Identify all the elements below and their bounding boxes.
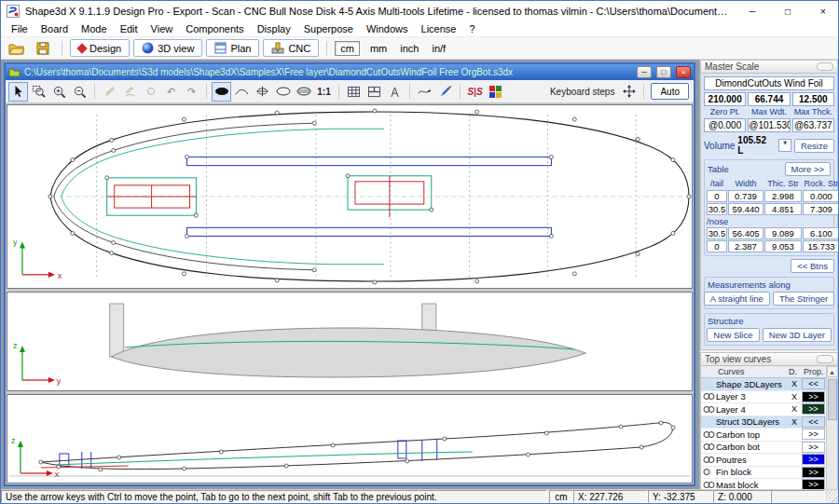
- flow-lines-button[interactable]: [415, 82, 434, 102]
- max-wdt-field[interactable]: @101.530: [748, 118, 790, 132]
- curve-prop-button[interactable]: <<: [802, 378, 825, 389]
- curve-row-layer-3[interactable]: Layer 3 X >>: [701, 391, 826, 404]
- curve-row-struct-3dlayers[interactable]: Struct 3DLayers X <<: [701, 416, 826, 429]
- table-cell[interactable]: 59.440: [728, 203, 763, 215]
- straight-line-button[interactable]: A straight line: [704, 292, 770, 306]
- maximize-button[interactable]: □: [773, 1, 803, 21]
- curve-row-layer-4[interactable]: Layer 4 X >>: [701, 403, 826, 416]
- unit-inf-button[interactable]: in/f: [427, 42, 450, 55]
- top-view-canvas[interactable]: x y: [7, 104, 693, 289]
- curve-row-poutres[interactable]: Poutres >>: [701, 454, 826, 467]
- undo-button[interactable]: ↶: [161, 82, 181, 102]
- resize-button[interactable]: Resize: [794, 139, 834, 153]
- zoom-window-button[interactable]: [29, 82, 48, 102]
- menu-components[interactable]: Components: [179, 23, 250, 34]
- curve-prop-button[interactable]: >>: [802, 467, 825, 478]
- move-point-button[interactable]: [619, 82, 639, 102]
- scroll-up-icon[interactable]: ▲: [827, 366, 838, 377]
- table-cell[interactable]: 9.053: [764, 240, 802, 252]
- board-name-field[interactable]: DimondCutOuts Wind Foil: [704, 76, 834, 90]
- resize-grip[interactable]: [825, 490, 838, 503]
- document-close-button[interactable]: ×: [676, 66, 691, 78]
- sls-display-button[interactable]: S|S: [465, 82, 485, 102]
- menu-file[interactable]: File: [5, 23, 34, 34]
- outline-view-button[interactable]: [212, 82, 231, 102]
- zero-pt-field[interactable]: @0.000: [704, 118, 746, 132]
- table-cell[interactable]: 4.851: [764, 203, 802, 215]
- menu-edit[interactable]: Edit: [114, 23, 144, 34]
- length-field[interactable]: 210.000: [704, 92, 746, 106]
- outline-detail-button[interactable]: [294, 82, 313, 102]
- curve-prop-button[interactable]: >>: [802, 391, 825, 402]
- curve-row-carbon-top[interactable]: Carbon top >>: [701, 429, 826, 442]
- unit-mm-button[interactable]: mm: [365, 42, 392, 55]
- profile-view-canvas[interactable]: x z: [7, 394, 693, 484]
- edit-curve-button[interactable]: [120, 82, 140, 102]
- menu-mode[interactable]: Mode: [75, 23, 114, 34]
- btns-toggle-button[interactable]: << Btns: [791, 259, 834, 273]
- 3d-view-button[interactable]: 3D view: [133, 39, 202, 57]
- slice-view-button[interactable]: [253, 82, 272, 102]
- menu-help[interactable]: ?: [462, 23, 481, 34]
- curves-scrollbar[interactable]: ▲ ▼: [826, 366, 837, 489]
- cnc-button[interactable]: CNC: [263, 39, 319, 57]
- curve-prop-button[interactable]: <<: [802, 416, 825, 428]
- menu-display[interactable]: Display: [251, 23, 297, 34]
- curve-display-toggle[interactable]: X: [787, 404, 802, 414]
- table-cell[interactable]: 0.000: [803, 190, 838, 202]
- new-3d-layer-button[interactable]: New 3D Layer: [763, 328, 832, 342]
- curve-row-mast-block[interactable]: Mast block >>: [701, 479, 826, 489]
- table-cell[interactable]: 6.100: [803, 227, 838, 239]
- document-titlebar[interactable]: C:\Users\thoma\Documents\S3d models\Shap…: [6, 64, 694, 80]
- menu-board[interactable]: Board: [34, 23, 75, 34]
- table-cell[interactable]: 0: [707, 190, 727, 202]
- close-button[interactable]: ×: [808, 1, 838, 21]
- volume-star-button[interactable]: *: [778, 139, 791, 152]
- titlebar[interactable]: Shape3d X 9.1.1.9 Design Pro - Export - …: [1, 1, 838, 21]
- document-minimize-button[interactable]: ─: [637, 66, 652, 78]
- grid-button[interactable]: [344, 82, 364, 102]
- redo-button[interactable]: ↷: [182, 82, 201, 102]
- measure-button[interactable]: [385, 82, 405, 102]
- curve-display-toggle[interactable]: X: [787, 379, 802, 388]
- table-cell[interactable]: 7.309: [803, 203, 838, 215]
- table-cell[interactable]: 56.405: [728, 227, 763, 239]
- curve-row-shape-3dlayers[interactable]: Shape 3DLayers X <<: [701, 378, 826, 391]
- unit-inch-button[interactable]: inch: [395, 42, 423, 55]
- color-settings-button[interactable]: [486, 82, 505, 102]
- save-button[interactable]: [32, 39, 54, 58]
- menu-view[interactable]: View: [144, 23, 180, 34]
- pencil-tool-button[interactable]: [100, 82, 119, 102]
- rocker-view-button[interactable]: [232, 82, 252, 102]
- auto-button[interactable]: Auto: [651, 83, 689, 100]
- design-mode-button[interactable]: Design: [70, 39, 130, 57]
- thickness-field[interactable]: 12.500: [792, 92, 834, 106]
- zoom-out-button[interactable]: [70, 82, 89, 102]
- more-button[interactable]: More >>: [785, 162, 831, 176]
- curve-prop-button[interactable]: >>: [802, 442, 825, 453]
- open-file-button[interactable]: [6, 39, 28, 58]
- menu-windows[interactable]: Windows: [360, 23, 415, 34]
- plan-button[interactable]: Plan: [206, 39, 259, 57]
- curve-display-toggle[interactable]: X: [787, 417, 802, 427]
- new-slice-button[interactable]: New Slice: [707, 328, 760, 342]
- outline-thin-button[interactable]: [273, 82, 293, 102]
- curve-prop-button[interactable]: >>: [802, 479, 825, 489]
- select-tool-button[interactable]: [8, 82, 28, 102]
- table-cell[interactable]: 30.5: [707, 203, 727, 215]
- curve-row-carbon-bot[interactable]: Carbon bot >>: [701, 442, 826, 455]
- slice-view-canvas[interactable]: y z: [7, 292, 693, 391]
- unit-cm-button[interactable]: cm: [335, 41, 360, 56]
- menu-license[interactable]: License: [415, 23, 463, 34]
- table-cell[interactable]: 0.739: [728, 190, 763, 202]
- max-thck-field[interactable]: @63.737: [792, 118, 834, 132]
- curve-display-toggle[interactable]: X: [787, 392, 802, 402]
- table-cell[interactable]: 15.733: [803, 240, 838, 252]
- curve-prop-button[interactable]: >>: [802, 429, 825, 440]
- scroll-thumb[interactable]: [828, 379, 837, 420]
- master-scale-collapse-button[interactable]: [817, 62, 833, 71]
- curve-prop-button[interactable]: >>: [802, 403, 825, 415]
- circle-tool-button[interactable]: [141, 82, 160, 102]
- one-to-one-button[interactable]: 1:1: [314, 82, 334, 102]
- brush-button[interactable]: [435, 82, 455, 102]
